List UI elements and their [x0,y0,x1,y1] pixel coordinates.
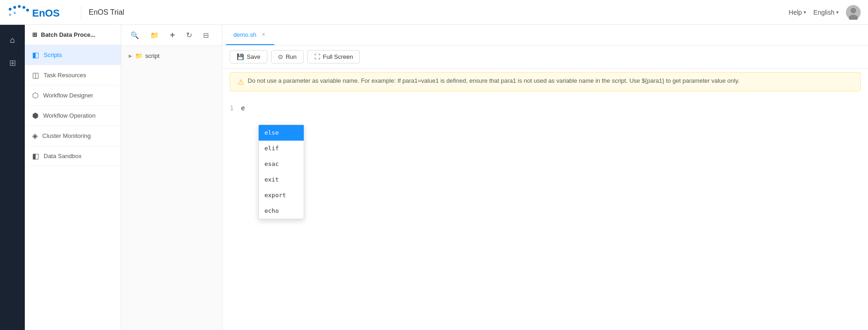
icon-sidebar: ⌂ ⊞ [0,25,25,330]
task-resources-icon: ◫ [32,71,39,80]
sidebar-item-workflow-designer[interactable]: ⬡ Workflow Designer [25,85,121,106]
cluster-monitoring-icon: ◈ [32,131,38,140]
nav-help-button[interactable]: Help ▾ [789,9,806,16]
tab-close-button[interactable]: × [260,30,267,39]
svg-point-9 [851,8,856,13]
refresh-button[interactable]: ↻ [182,29,196,41]
file-tree-content: ▶ 📁 script [121,46,222,330]
fullscreen-button[interactable]: ⛶ Full Screen [307,50,360,63]
help-chevron: ▾ [804,10,806,15]
nav-divider [81,6,81,19]
save-label: Save [247,53,261,60]
cluster-monitoring-label: Cluster Monitoring [42,132,91,139]
svg-point-4 [26,9,29,11]
code-editor[interactable]: 1 e else elif esac exit export echo [222,95,868,330]
sidebar-item-data-sandbox[interactable]: ◧ Data Sandbox [25,146,121,166]
svg-point-6 [14,11,16,14]
save-button[interactable]: 💾 Save [230,50,267,63]
autocomplete-item-elif[interactable]: elif [259,141,304,156]
autocomplete-item-export[interactable]: export [259,188,304,203]
file-tree-toolbar: 🔍 📁 + ↻ ⊟ [121,25,222,46]
folder-icon: 📁 [135,52,142,59]
nav-logo: EnOS [7,5,62,20]
save-icon: 💾 [237,53,244,60]
autocomplete-item-esac[interactable]: esac [259,156,304,172]
typed-char: e [241,104,244,112]
sidebar-item-cluster-monitoring[interactable]: ◈ Cluster Monitoring [25,126,121,146]
folder-label: script [145,52,159,59]
sidebar-item-workflow-operation[interactable]: ⬢ Workflow Operation [25,106,121,126]
workflow-designer-label: Workflow Designer [43,92,93,99]
search-button[interactable]: 🔍 [127,29,143,41]
left-sidebar: ⊞ Batch Data Proce... ◧ Scripts ◫ Task R… [25,25,121,330]
sidebar-item-scripts[interactable]: ◧ Scripts [25,45,121,65]
body-layout: ⌂ ⊞ ⊞ Batch Data Proce... ◧ Scripts ◫ Ta… [0,25,868,330]
workflow-operation-icon: ⬢ [32,111,39,120]
svg-point-2 [18,5,21,8]
new-folder-button[interactable]: 📁 [147,29,163,41]
tab-filename: demo.sh [233,31,256,38]
editor-toolbar: 💾 Save ⊙ Run ⛶ Full Screen [222,46,868,68]
sidebar-item-task-resources[interactable]: ◫ Task Resources [25,65,121,85]
scripts-icon: ◧ [32,51,39,59]
autocomplete-item-exit[interactable]: exit [259,172,304,188]
sidebar-header: ⊞ Batch Data Proce... [25,25,121,45]
tab-bar: demo.sh × [222,25,868,46]
fullscreen-icon: ⛶ [314,53,320,60]
help-label: Help [789,9,802,16]
run-button[interactable]: ⊙ Run [271,50,304,63]
sidebar-home-icon[interactable]: ⌂ [0,28,25,51]
user-avatar[interactable] [846,5,861,20]
svg-text:EnOS: EnOS [32,7,60,19]
nav-trial-label: EnOS Trial [89,8,124,17]
collapse-icon: ▶ [129,53,132,58]
run-icon: ⊙ [278,53,283,60]
add-button[interactable]: + [166,28,179,42]
sidebar-header-icon: ⊞ [32,31,37,38]
warning-text: Do not use a parameter as variable name.… [248,77,739,84]
line-numbers: 1 [230,102,241,323]
workflow-operation-label: Workflow Operation [43,112,96,119]
autocomplete-dropdown: else elif esac exit export echo [258,125,304,219]
language-label: English [813,9,834,16]
sidebar-header-label: Batch Data Proce... [41,31,96,38]
fullscreen-label: Full Screen [323,53,353,60]
task-resources-label: Task Resources [44,72,86,79]
warning-icon: ⚠ [238,78,244,86]
data-sandbox-label: Data Sandbox [44,153,81,159]
svg-point-1 [13,6,16,9]
filter-button[interactable]: ⊟ [199,29,213,41]
workflow-designer-icon: ⬡ [32,91,39,100]
data-sandbox-icon: ◧ [32,152,39,160]
scripts-label: Scripts [44,51,62,58]
code-content[interactable]: e else elif esac exit export echo [241,102,244,323]
autocomplete-item-else[interactable]: else [259,125,304,141]
svg-point-3 [23,6,25,9]
autocomplete-item-echo[interactable]: echo [259,203,304,219]
nav-language-button[interactable]: English ▾ [813,9,839,16]
svg-point-5 [9,13,11,16]
logo-svg: EnOS [7,5,62,20]
nav-right: Help ▾ English ▾ [789,5,861,20]
svg-point-0 [9,8,11,11]
language-chevron: ▾ [836,10,839,15]
top-nav: EnOS EnOS Trial Help ▾ English ▾ [0,0,868,25]
file-tree-item-script[interactable]: ▶ 📁 script [121,50,222,62]
warning-banner: ⚠ Do not use a parameter as variable nam… [230,72,861,91]
tab-demo-sh[interactable]: demo.sh × [226,25,274,45]
file-tree-panel: 🔍 📁 + ↻ ⊟ ▶ 📁 script [121,25,222,330]
run-label: Run [286,53,297,60]
line-number-1: 1 [230,102,233,114]
sidebar-batch-icon[interactable]: ⊞ [0,51,25,74]
avatar-icon [846,5,861,20]
main-content: demo.sh × 💾 Save ⊙ Run ⛶ Full Screen ⚠ D… [222,25,868,330]
